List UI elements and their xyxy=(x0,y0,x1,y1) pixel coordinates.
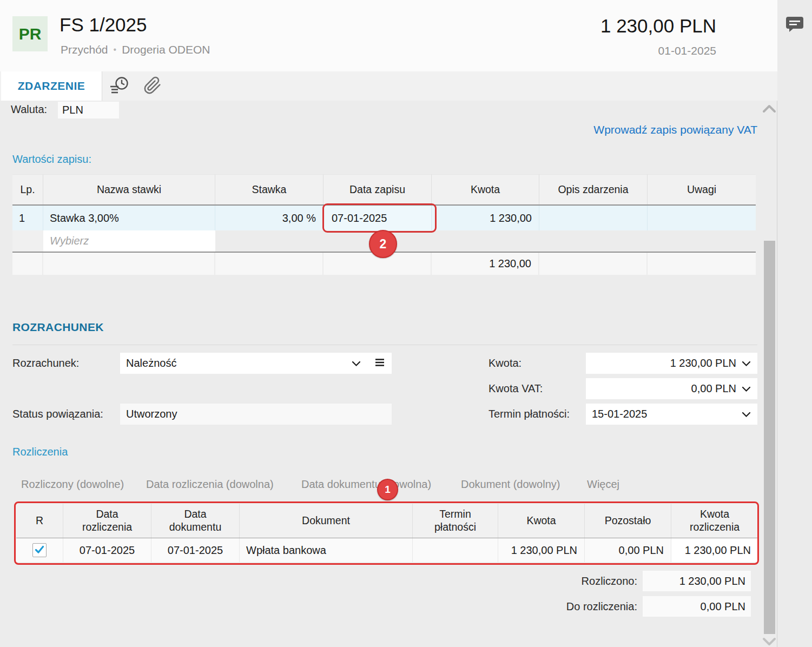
app-window: PR FS 1/2025 Przychód • Drogeria ODEON 1… xyxy=(0,0,812,647)
rozliczono-label: Rozliczono: xyxy=(582,575,637,587)
chevron-up-icon xyxy=(762,106,776,115)
annotation-badge-1: 1 xyxy=(377,479,398,500)
cell-uwagi[interactable] xyxy=(648,206,756,230)
do-rozliczenia-field: 0,00 PLN xyxy=(643,596,751,617)
document-header: PR FS 1/2025 Przychód • Drogeria ODEON 1… xyxy=(0,0,777,72)
column-header-kwota: Kwota xyxy=(432,174,539,204)
column-header-uwagi: Uwagi xyxy=(648,174,756,204)
cell-stawka[interactable]: 3,00 % xyxy=(215,206,324,230)
paperclip-icon xyxy=(143,76,162,97)
kwota-vat-field[interactable]: 0,00 PLN xyxy=(586,378,757,399)
column-header-kwota: Kwota xyxy=(498,504,585,538)
right-rail xyxy=(777,0,812,647)
annotation-badge-2: 2 xyxy=(369,230,397,258)
status-label: Status powiązania: xyxy=(12,408,103,420)
collapse-button[interactable] xyxy=(762,104,776,116)
currency-field[interactable]: PLN xyxy=(58,102,119,118)
separator-dot: • xyxy=(114,45,117,55)
column-header-data-dokumentu: Data dokumentu xyxy=(151,504,240,538)
termin-platnosci-label: Termin płatności: xyxy=(488,408,570,420)
filter-chip-wiecej[interactable]: Więcej xyxy=(587,478,619,491)
kwota-label: Kwota: xyxy=(488,357,521,369)
cell-lp[interactable]: 1 xyxy=(12,206,43,230)
cell-termin-platnosci xyxy=(413,538,498,562)
currency-value: PLN xyxy=(58,104,119,116)
kwota-field[interactable]: 1 230,00 PLN xyxy=(586,353,757,374)
comments-button[interactable] xyxy=(785,16,804,32)
cell-kwota: 1 230,00 PLN xyxy=(498,538,585,562)
settled-checkbox[interactable] xyxy=(32,543,47,557)
cell-dokument: Wpłata bankowa xyxy=(240,538,413,562)
filter-chip-rozliczony[interactable]: Rozliczony (dowolne) xyxy=(21,478,124,491)
cell-lp-empty xyxy=(12,230,43,252)
filter-chip-data-rozliczenia[interactable]: Data rozliczenia (dowolna) xyxy=(146,478,274,491)
total-opis xyxy=(539,253,648,275)
cell-opis-zdarzenia[interactable] xyxy=(539,206,648,230)
rozrachunek-select[interactable]: Należność xyxy=(120,353,392,374)
entries-table: Lp. Nazwa stawki Stawka Data zapisu Kwot… xyxy=(12,174,756,275)
cell-settled xyxy=(16,538,63,562)
column-header-opis-zdarzenia: Opis zdarzenia xyxy=(539,174,648,204)
column-header-stawka: Stawka xyxy=(215,174,324,204)
column-header-r: R xyxy=(16,504,63,538)
settlements-table-header: R Data rozliczenia Data dokumentu Dokume… xyxy=(16,504,758,538)
kwota-vat-value: 0,00 PLN xyxy=(586,382,736,395)
total-lp xyxy=(12,253,43,275)
chevron-down-icon[interactable] xyxy=(352,357,361,369)
total-nazwa xyxy=(43,253,215,275)
cell-data-zapisu[interactable]: 07-01-2025 xyxy=(324,206,432,230)
termin-platnosci-field[interactable]: 15-01-2025 xyxy=(586,404,757,425)
chevron-down-icon[interactable] xyxy=(742,382,751,395)
rozrachunek-value: Należność xyxy=(120,357,352,369)
column-header-kwota-rozliczenia: Kwota rozliczenia xyxy=(671,504,758,538)
column-header-pozostalo: Pozostało xyxy=(585,504,671,538)
document-title: FS 1/2025 xyxy=(60,14,147,36)
tab-bar: ZDARZENIE xyxy=(0,71,777,101)
history-button[interactable] xyxy=(108,76,130,97)
document-date: 01-01-2025 xyxy=(658,44,716,57)
currency-label: Waluta: xyxy=(11,103,47,116)
cell-pozostalo: 0,00 PLN xyxy=(585,538,671,562)
menu-icon[interactable] xyxy=(375,357,385,369)
status-value: Utworzony xyxy=(120,408,392,420)
do-rozliczenia-label: Do rozliczenia: xyxy=(566,600,637,613)
section-title-rozrachunek: ROZRACHUNEK xyxy=(12,321,104,334)
column-header-nazwa-stawki: Nazwa stawki xyxy=(43,174,215,204)
entry-row[interactable]: 1 Stawka 3,00% 3,00 % 07-01-2025 1 230,0… xyxy=(12,206,756,230)
kwota-vat-label: Kwota VAT: xyxy=(488,382,543,395)
column-header-data-rozliczenia: Data rozliczenia xyxy=(63,504,151,538)
scroll-down-button[interactable] xyxy=(762,637,776,647)
column-header-data-zapisu: Data zapisu xyxy=(324,174,432,204)
check-icon xyxy=(35,544,44,557)
comment-icon xyxy=(785,25,804,34)
total-uwagi xyxy=(648,253,756,275)
document-type-badge: PR xyxy=(12,16,48,51)
document-type: Przychód xyxy=(61,43,108,56)
settlement-row[interactable]: 07-01-2025 07-01-2025 Wpłata bankowa 1 2… xyxy=(16,538,758,562)
attachments-button[interactable] xyxy=(142,76,163,97)
filter-chip-dokument[interactable]: Dokument (dowolny) xyxy=(461,478,560,491)
total-stawka xyxy=(215,253,324,275)
status-field: Utworzony xyxy=(120,404,392,425)
section-divider xyxy=(12,345,757,345)
total-kwota: 1 230,00 xyxy=(432,253,539,275)
cell-nazwa-stawki[interactable]: Stawka 3,00% xyxy=(43,206,215,230)
chevron-down-icon xyxy=(762,638,776,647)
column-header-dokument: Dokument xyxy=(240,504,413,538)
select-rate-input[interactable]: Wybierz xyxy=(43,230,215,252)
scrollbar-thumb[interactable] xyxy=(764,241,775,634)
company-name: Drogeria ODEON xyxy=(122,43,210,56)
kwota-value: 1 230,00 PLN xyxy=(586,357,736,369)
do-rozliczenia-value: 0,00 PLN xyxy=(643,600,751,613)
rozliczono-field: 1 230,00 PLN xyxy=(643,571,751,591)
chevron-down-icon[interactable] xyxy=(742,357,751,369)
tab-zdarzenie[interactable]: ZDARZENIE xyxy=(1,71,102,101)
cell-kwota-rozliczenia[interactable]: 1 230,00 PLN xyxy=(671,538,758,562)
vat-link[interactable]: Wprowadź zapis powiązany VAT xyxy=(593,123,757,136)
chevron-down-icon[interactable] xyxy=(742,408,751,420)
termin-platnosci-value: 15-01-2025 xyxy=(586,408,742,420)
filter-chip-data-dokumentu[interactable]: Data dokumentu (dowolna) xyxy=(301,478,431,491)
cell-kwota[interactable]: 1 230,00 xyxy=(432,206,539,230)
rozliczono-value: 1 230,00 PLN xyxy=(643,575,751,587)
column-header-lp: Lp. xyxy=(12,174,43,204)
